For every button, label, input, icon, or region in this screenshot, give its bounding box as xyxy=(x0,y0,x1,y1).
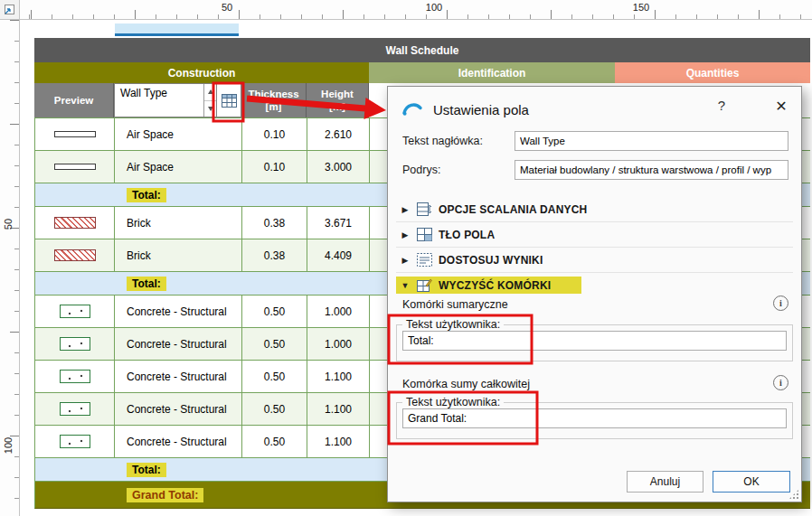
underlay-input[interactable] xyxy=(515,160,788,180)
cell-background-icon xyxy=(417,228,432,241)
customize-results-icon xyxy=(417,253,432,267)
concrete-preview-symbol xyxy=(60,305,90,318)
spinner-up-button[interactable] xyxy=(204,84,216,100)
section-clear-cells[interactable]: ▼ WYCZYŚĆ KOMÓRKI xyxy=(396,272,793,297)
grand-total-user-text-input[interactable] xyxy=(402,408,787,428)
section-customize-results[interactable]: ▶ DOSTOSUJ WYNIKI xyxy=(396,247,793,272)
height-cell xyxy=(307,458,370,481)
section-label: WYCZYŚĆ KOMÓRKI xyxy=(439,279,551,292)
selected-column-range-indicator xyxy=(115,23,239,36)
concrete-preview-symbol xyxy=(60,370,90,383)
wall-type-cell: Concrete - Structural xyxy=(115,393,242,425)
column-header-thickness[interactable]: Thickness [m] xyxy=(241,83,307,117)
column-header-preview[interactable]: Preview xyxy=(34,83,114,117)
info-icon[interactable]: i xyxy=(773,296,788,311)
dialog-title-bar: Ustawienia pola xyxy=(401,96,529,123)
height-cell: 3.671 xyxy=(307,207,370,239)
preview-cell xyxy=(35,272,115,295)
wall-type-cell: Air Space xyxy=(115,118,242,150)
summary-cells-label: Komórki sumaryczne xyxy=(402,298,508,311)
field-settings-dialog: Ustawienia pola ? ✕ Tekst nagłówka: Podr… xyxy=(387,86,802,502)
spinner-down-button[interactable] xyxy=(204,100,216,117)
wall-type-cell: Brick xyxy=(115,239,242,271)
group-header-construction[interactable]: Construction xyxy=(34,62,369,83)
column-group-header-row: Construction Identification Quantities xyxy=(34,62,810,83)
height-cell: 4.409 xyxy=(307,239,370,271)
thickness-cell xyxy=(242,458,307,481)
section-merge-data-options[interactable]: ▶ OPCJE SCALANIA DANYCH xyxy=(396,197,793,221)
grand-total-label-cell: Grand Total: xyxy=(115,482,242,508)
info-icon[interactable]: i xyxy=(773,375,788,390)
thickness-unit: [m] xyxy=(266,100,282,113)
group-header-identification[interactable]: Identification xyxy=(369,62,615,83)
total-label-cell: Total: xyxy=(115,272,242,295)
section-cell-background[interactable]: ▶ TŁO POLA xyxy=(396,221,793,247)
thickness-cell: 0.50 xyxy=(242,361,307,392)
wall-type-cell: Concrete - Structural xyxy=(115,426,242,457)
thickness-cell: 0.50 xyxy=(242,426,307,457)
section-inner: ▶ TŁO POLA xyxy=(396,226,498,243)
grand-total-user-text-group: Tekst użytkownika: xyxy=(396,396,793,439)
header-text-row: Tekst nagłówka: xyxy=(402,130,788,152)
preview-cell xyxy=(35,361,115,392)
header-spinner xyxy=(203,84,216,117)
height-cell: 1.000 xyxy=(307,296,370,327)
thickness-cell: 0.10 xyxy=(242,118,307,150)
brick-preview-symbol xyxy=(54,217,96,229)
wall-type-header-field[interactable]: Wall Type xyxy=(114,83,217,117)
height-cell: 3.000 xyxy=(307,151,370,183)
preview-cell xyxy=(35,207,115,239)
preview-cell xyxy=(35,118,115,150)
wall-type-cell: Concrete - Structural xyxy=(115,361,242,392)
preview-cell xyxy=(35,426,115,457)
cancel-button[interactable]: Anuluj xyxy=(627,471,703,493)
ruler-label: 50 xyxy=(213,2,241,13)
chevron-down-icon: ▼ xyxy=(400,281,411,290)
thickness-cell: 0.50 xyxy=(242,296,307,327)
ruler-label: 100 xyxy=(420,2,448,13)
ruler-origin-icon[interactable] xyxy=(0,0,20,20)
horizontal-ruler[interactable]: 50 100 150 xyxy=(20,0,812,20)
height-cell: 1.100 xyxy=(307,426,370,457)
wall-type-header-text[interactable]: Wall Type xyxy=(115,84,203,117)
preview-cell xyxy=(35,151,115,183)
summary-user-text-input[interactable] xyxy=(402,331,787,351)
field-settings-grid-icon xyxy=(222,94,237,108)
up-arrow-icon xyxy=(208,89,213,94)
preview-cell xyxy=(35,482,115,508)
preview-cell xyxy=(35,239,115,271)
thickness-cell xyxy=(242,482,307,508)
column-header-height[interactable]: Height [m] xyxy=(307,83,369,117)
merge-data-icon xyxy=(417,202,432,216)
ruler-label: 100 xyxy=(3,432,14,459)
thickness-cell: 0.50 xyxy=(242,328,307,360)
vertical-ruler[interactable]: 50 100 xyxy=(0,20,20,516)
section-label: OPCJE SCALANIA DANYCH xyxy=(439,203,587,216)
header-text-input[interactable] xyxy=(515,131,788,151)
grand-total-label: Grand Total: xyxy=(127,488,203,502)
field-settings-button[interactable] xyxy=(217,83,241,117)
section-label: DOSTOSUJ WYNIKI xyxy=(439,254,543,267)
help-icon[interactable]: ? xyxy=(713,98,731,113)
ruler-major-ticks xyxy=(20,10,812,19)
application-window: 50 100 150 50 100 Wall Schedule Construc… xyxy=(0,0,812,516)
thickness-cell: 0.50 xyxy=(242,393,307,425)
concrete-preview-symbol xyxy=(60,402,90,416)
down-arrow-icon xyxy=(208,107,213,111)
chevron-right-icon: ▶ xyxy=(400,256,411,265)
preview-cell xyxy=(35,296,115,327)
height-unit: [m] xyxy=(329,100,345,113)
ok-button[interactable]: OK xyxy=(713,471,790,493)
total-label: Total: xyxy=(127,463,166,477)
chevron-right-icon: ▶ xyxy=(400,205,411,214)
thickness-cell: 0.38 xyxy=(242,239,307,271)
preview-cell xyxy=(35,328,115,360)
dialog-sections: ▶ OPCJE SCALANIA DANYCH ▶ xyxy=(396,197,793,297)
section-inner: ▶ OPCJE SCALANIA DANYCH xyxy=(396,201,590,218)
user-text-label: Tekst użytkownika: xyxy=(402,396,504,408)
group-header-quantities[interactable]: Quantities xyxy=(615,62,810,83)
height-cell: 1.000 xyxy=(307,328,370,360)
thickness-cell: 0.38 xyxy=(242,207,307,239)
underlay-label: Podrys: xyxy=(402,164,515,176)
close-icon[interactable]: ✕ xyxy=(769,94,794,117)
